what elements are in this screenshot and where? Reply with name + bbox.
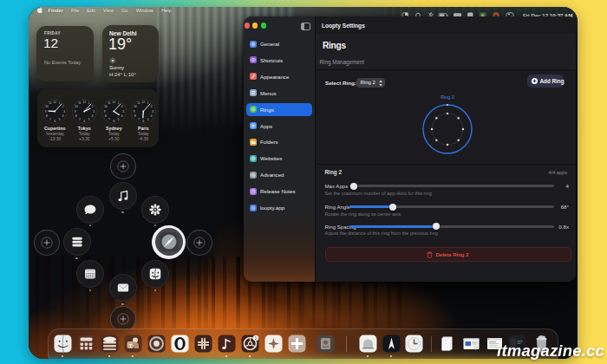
svg-text:10: 10	[45, 105, 49, 108]
svg-text:Today: Today	[79, 132, 91, 136]
svg-text:8: 8	[105, 114, 107, 118]
svg-text:7: 7	[79, 118, 81, 121]
svg-text:Paris: Paris	[138, 126, 149, 131]
svg-text:7: 7	[49, 118, 51, 121]
svg-text:11: 11	[137, 101, 140, 105]
svg-text:2: 2	[151, 105, 153, 108]
svg-text:Sydney: Sydney	[106, 126, 122, 131]
svg-text:6: 6	[54, 120, 55, 123]
svg-text:3: 3	[152, 110, 153, 114]
svg-text:7: 7	[138, 118, 140, 121]
svg-text:10: 10	[75, 105, 78, 108]
svg-text:4: 4	[151, 114, 153, 118]
svg-text:1: 1	[118, 101, 120, 105]
svg-text:Yesterday: Yesterday	[46, 132, 65, 136]
svg-text:5: 5	[59, 118, 61, 121]
svg-text:6: 6	[142, 120, 144, 123]
svg-text:2: 2	[121, 105, 123, 108]
svg-text:8: 8	[134, 114, 136, 118]
svg-text:1: 1	[254, 335, 257, 341]
svg-text:9: 9	[104, 110, 106, 114]
svg-text:11: 11	[49, 101, 51, 105]
svg-text:1: 1	[88, 101, 90, 105]
svg-text:6: 6	[83, 120, 85, 123]
svg-text:6: 6	[113, 120, 114, 123]
svg-text:5: 5	[118, 118, 120, 121]
svg-text:11: 11	[78, 101, 81, 105]
svg-text:3: 3	[63, 110, 65, 114]
svg-text:9: 9	[75, 110, 76, 114]
svg-text:-13:30: -13:30	[49, 137, 61, 141]
svg-text:1: 1	[59, 101, 61, 105]
svg-text:10: 10	[104, 105, 108, 108]
svg-text:8: 8	[46, 114, 48, 118]
svg-text:12: 12	[54, 101, 57, 104]
svg-text:Today: Today	[108, 132, 121, 136]
svg-text:4: 4	[92, 114, 94, 118]
svg-text:Cupertino: Cupertino	[44, 126, 66, 131]
svg-text:3: 3	[93, 110, 95, 114]
svg-text:4: 4	[121, 114, 123, 118]
svg-text:2: 2	[92, 105, 94, 108]
svg-text:Today: Today	[138, 132, 150, 136]
svg-text:5: 5	[88, 118, 90, 121]
svg-text:-4:30: -4:30	[139, 137, 148, 141]
svg-text:11: 11	[108, 101, 110, 105]
svg-text:2: 2	[62, 105, 64, 108]
svg-text:8: 8	[75, 114, 77, 118]
svg-text:9: 9	[45, 110, 47, 114]
svg-text:9: 9	[134, 110, 135, 114]
svg-text:5: 5	[147, 118, 149, 121]
svg-text:4: 4	[62, 114, 64, 118]
svg-text:12: 12	[113, 101, 116, 104]
svg-text:1: 1	[147, 101, 149, 105]
svg-text:T: T	[128, 343, 132, 348]
svg-text:+5:30: +5:30	[108, 137, 120, 141]
svg-text:12: 12	[142, 101, 146, 104]
svg-text:7: 7	[108, 118, 110, 121]
svg-text:3: 3	[122, 110, 124, 114]
svg-text:Tokyo: Tokyo	[78, 126, 91, 131]
svg-text:10: 10	[134, 105, 137, 108]
svg-text:12: 12	[83, 101, 87, 104]
svg-text:+3:30: +3:30	[79, 137, 90, 141]
